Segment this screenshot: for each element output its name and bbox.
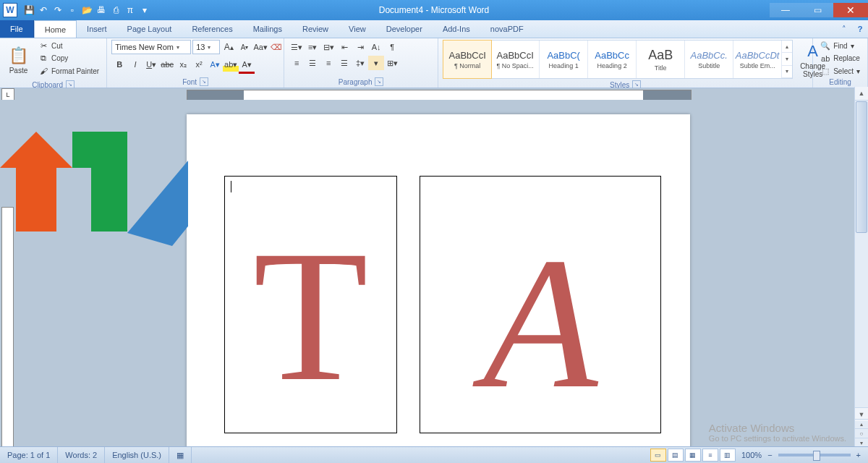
qat-print-icon[interactable]: 🖶 (95, 4, 107, 16)
cut-button[interactable]: ✂Cut (35, 40, 102, 52)
show-marks-button[interactable]: ¶ (384, 40, 400, 54)
tab-file[interactable]: File (0, 20, 34, 38)
bold-button[interactable]: B (111, 57, 127, 72)
tab-mailings[interactable]: Mailings (243, 20, 292, 38)
tab-novapdf[interactable]: novaPDF (480, 20, 534, 38)
browse-object-button[interactable]: ○ (855, 428, 868, 438)
view-draft[interactable]: ▥ (720, 449, 736, 462)
tab-page-layout[interactable]: Page Layout (117, 20, 182, 38)
zoom-slider[interactable] (778, 454, 851, 456)
italic-button[interactable]: I (127, 57, 143, 72)
change-case-button[interactable]: Aa▾ (253, 41, 268, 54)
line-spacing-button[interactable]: ‡▾ (352, 56, 368, 70)
increase-indent-button[interactable]: ⇥ (352, 40, 368, 54)
window-close-button[interactable]: ✕ (833, 3, 868, 17)
qat-redo-icon[interactable]: ↷ (52, 4, 64, 16)
document-page[interactable]: T A (187, 114, 690, 447)
status-bar: Page: 1 of 1 Words: 2 English (U.S.) ▦ ▭… (0, 446, 868, 463)
styles-more[interactable]: ▴▾▾ (782, 41, 792, 78)
shading-button[interactable]: ▾ (368, 56, 384, 70)
tab-addins[interactable]: Add-Ins (433, 20, 480, 38)
font-dialog-launcher[interactable]: ↘ (200, 77, 208, 86)
paragraph-dialog-launcher[interactable]: ↘ (375, 77, 383, 86)
highlight-button[interactable]: ab▾ (223, 57, 239, 72)
bullets-button[interactable]: ☰▾ (289, 40, 305, 54)
clear-formatting-button[interactable]: ⌫ (269, 41, 284, 54)
style-no-spacing[interactable]: AaBbCcI¶ No Spaci... (491, 41, 540, 78)
qat-new-icon[interactable]: ▫ (67, 4, 78, 16)
tab-references[interactable]: References (182, 20, 242, 38)
ribbon-minimize-button[interactable]: ˄ (836, 20, 852, 38)
text-box-1[interactable]: T (224, 176, 397, 433)
style-title[interactable]: AaBTitle (637, 41, 685, 78)
status-words[interactable]: Words: 2 (58, 447, 105, 463)
view-outline[interactable]: ≡ (702, 449, 718, 462)
zoom-level[interactable]: 100% (741, 451, 762, 459)
qat-equation-icon[interactable]: π (124, 4, 136, 16)
help-button[interactable]: ? (852, 20, 868, 38)
align-center-button[interactable]: ☰ (305, 56, 320, 70)
qat-open-icon[interactable]: 📂 (81, 4, 93, 16)
borders-button[interactable]: ⊞▾ (384, 56, 400, 70)
font-name-select[interactable]: Times New Rom▾ (111, 40, 191, 54)
status-page[interactable]: Page: 1 of 1 (0, 447, 58, 463)
tab-home[interactable]: Home (34, 20, 77, 38)
text-effects-button[interactable]: A▾ (207, 57, 223, 72)
window-minimize-button[interactable]: — (770, 3, 801, 17)
multilevel-button[interactable]: ⊟▾ (320, 40, 336, 54)
align-left-button[interactable]: ≡ (289, 56, 305, 70)
document-workspace[interactable]: T A (0, 100, 855, 447)
tab-insert[interactable]: Insert (77, 20, 117, 38)
quick-access-toolbar: 💾 ↶ ↷ ▫ 📂 🖶 ⎙ π ▾ (23, 4, 150, 16)
zoom-in-button[interactable]: + (856, 451, 861, 459)
format-painter-button[interactable]: 🖌Format Painter (35, 65, 102, 77)
qat-custom1-icon[interactable]: ⎙ (110, 4, 122, 16)
shrink-font-button[interactable]: A▾ (237, 41, 252, 54)
styles-gallery[interactable]: AaBbCcI¶ Normal AaBbCcI¶ No Spaci... AaB… (443, 40, 793, 79)
vertical-scrollbar[interactable]: ▲ ▼ ▴ ○ ▾ (854, 87, 868, 447)
decrease-indent-button[interactable]: ⇤ (336, 40, 352, 54)
font-size-select[interactable]: 13▾ (192, 40, 220, 54)
tab-view[interactable]: View (339, 20, 376, 38)
style-subtle-em[interactable]: AaBbCcDtSubtle Em... (733, 41, 782, 78)
find-button[interactable]: 🔍Find ▾ (817, 40, 863, 52)
qat-more-icon[interactable]: ▾ (139, 4, 150, 16)
paste-button[interactable]: 📋 Paste (4, 40, 33, 80)
style-subtitle[interactable]: AaBbCc.Subtitle (685, 41, 733, 78)
scroll-up-button[interactable]: ▲ (855, 87, 868, 101)
sort-button[interactable]: A↓ (368, 40, 384, 54)
group-clipboard: 📋 Paste ✂Cut ⧉Copy 🖌Format Painter Clipb… (0, 38, 107, 88)
qat-undo-icon[interactable]: ↶ (38, 4, 49, 16)
numbering-button[interactable]: ≡▾ (305, 40, 320, 54)
strikethrough-button[interactable]: abc (159, 57, 175, 72)
title-bar: W 💾 ↶ ↷ ▫ 📂 🖶 ⎙ π ▾ Document4 - Microsof… (0, 0, 868, 20)
replace-button[interactable]: abReplace (817, 52, 863, 64)
status-language[interactable]: English (U.S.) (105, 447, 169, 463)
tab-developer[interactable]: Developer (376, 20, 433, 38)
copy-button[interactable]: ⧉Copy (35, 52, 102, 64)
view-print-layout[interactable]: ▭ (650, 449, 666, 462)
select-button[interactable]: ⬚Select ▾ (817, 65, 863, 77)
zoom-out-button[interactable]: − (767, 451, 772, 459)
window-maximize-button[interactable]: ▭ (801, 3, 833, 17)
qat-save-icon[interactable]: 💾 (23, 4, 35, 16)
style-heading1[interactable]: AaBbC(Heading 1 (540, 41, 588, 78)
font-color-button[interactable]: A▾ (239, 57, 255, 74)
prev-page-button[interactable]: ▴ (855, 419, 868, 428)
superscript-button[interactable]: x² (191, 57, 207, 72)
scroll-thumb[interactable] (856, 101, 867, 233)
view-web-layout[interactable]: ▦ (685, 449, 701, 462)
style-heading2[interactable]: AaBbCcHeading 2 (588, 41, 637, 78)
text-box-2[interactable]: A (420, 176, 661, 433)
align-right-button[interactable]: ≡ (320, 56, 336, 70)
tab-review[interactable]: Review (292, 20, 339, 38)
status-macro[interactable]: ▦ (169, 447, 192, 463)
subscript-button[interactable]: x₂ (175, 57, 191, 72)
style-normal[interactable]: AaBbCcI¶ Normal (443, 40, 492, 79)
underline-button[interactable]: U▾ (143, 57, 159, 72)
justify-button[interactable]: ☰ (336, 56, 352, 70)
word-app-icon: W (3, 3, 17, 17)
view-full-screen[interactable]: ▤ (668, 449, 684, 462)
grow-font-button[interactable]: A▴ (221, 41, 236, 54)
vertical-ruler[interactable] (1, 207, 14, 447)
